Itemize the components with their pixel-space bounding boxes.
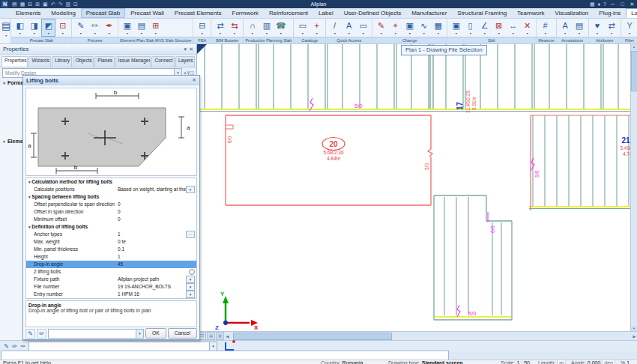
production-phone-icon[interactable]: ☎▾ xyxy=(274,19,288,37)
param-row-calculate-positions[interactable]: Calculate positionsBased on weight, star… xyxy=(26,186,196,193)
allplan-shop-icon[interactable]: ♦ xyxy=(598,0,601,8)
slab-structure-icon[interactable]: ⊞▾ xyxy=(148,19,163,37)
bim-import-icon[interactable]: ⇆▾ xyxy=(227,19,241,37)
param-row-fixture-path[interactable]: Fixture pathAllplan project path▾ xyxy=(26,276,196,283)
copy-icon[interactable]: ▣ xyxy=(43,1,48,7)
plot-icon[interactable]: ▥ xyxy=(65,1,70,7)
ok-button[interactable]: OK xyxy=(145,328,166,339)
element-plan-icon[interactable]: ▣▾ xyxy=(120,19,134,37)
panel-20-left-mark[interactable]: 6/0 xyxy=(227,136,232,143)
close-icon[interactable]: ✕ xyxy=(192,77,196,83)
close-icon[interactable]: ✕ xyxy=(189,46,193,52)
menu-tab-precast-wall[interactable]: Precast Wall xyxy=(125,8,169,18)
annotate-text-icon[interactable]: A▾ xyxy=(558,19,573,37)
palette-tab-properties[interactable]: Properties xyxy=(1,56,28,67)
panel-17-size[interactable]: 11.40/2.25 xyxy=(465,90,471,113)
menu-tab-precast-elements[interactable]: Precast Elements xyxy=(169,8,227,18)
panel-20-number[interactable]: 20 xyxy=(329,140,338,148)
undo-icon[interactable]: ↶ xyxy=(51,1,55,7)
bottom-cut-label-top[interactable]: 6/0 xyxy=(490,225,495,233)
horizontal-scrollbar[interactable]: ❐ ▤ ▥ ◀ ▶ xyxy=(197,331,637,340)
fixture-list-icon[interactable]: ✒▾ xyxy=(102,19,116,37)
dock-element-icon[interactable]: ▦▾ xyxy=(431,19,445,37)
attribute-transfer-icon[interactable]: ⇄▾ xyxy=(605,19,619,37)
more-button[interactable]: … xyxy=(186,231,195,238)
draw-line-icon[interactable]: /▾ xyxy=(327,19,342,37)
param-row-file-number[interactable]: File number19 19-ANCHOR_BOLTS▾ xyxy=(26,283,196,291)
param-section-spacing-between-lifting-bolts[interactable]: ▾ Spacing between lifting bolts xyxy=(26,193,196,201)
quick-match-combo[interactable]: ▾ xyxy=(28,342,217,351)
plan-view-icon[interactable] xyxy=(225,342,234,351)
menu-tab-elements[interactable]: Elements xyxy=(10,8,46,18)
param-row-offset-perpendicular-to-span-direction[interactable]: Offset perpendicular to span direction0 xyxy=(26,201,196,208)
dropdown-button[interactable]: ▾ xyxy=(186,276,195,283)
close-button[interactable]: ✕ xyxy=(627,1,637,7)
palette-tab-library[interactable]: Library xyxy=(52,56,71,67)
palette-tab-layers[interactable]: Layers xyxy=(175,56,195,67)
param-value[interactable]: 0 xyxy=(118,216,196,223)
wave-adjust-icon[interactable]: ∿▾ xyxy=(417,19,431,37)
modify-pen-icon[interactable]: ✎▾ xyxy=(374,19,388,37)
beam-edit-icon[interactable]: ▯▾ xyxy=(463,19,477,37)
help-icon[interactable]: ? xyxy=(603,0,606,8)
copy-element-icon[interactable]: ▣▾ xyxy=(449,19,463,37)
panel-17-number[interactable]: 17 xyxy=(456,101,464,110)
param-value[interactable]: 1 xyxy=(118,253,196,261)
viewport-button-2[interactable]: ▤ xyxy=(207,332,215,340)
param-value[interactable]: Allplan project path xyxy=(118,276,186,283)
panel-17-weight[interactable]: 3.91te xyxy=(471,97,477,110)
catalog-tools-icon[interactable]: +▾ xyxy=(310,19,324,37)
menu-tab-layout-editor[interactable]: Layout Editor xyxy=(626,8,637,18)
param-value[interactable]: Based on weight, starting at the center … xyxy=(118,186,186,193)
cancel-button[interactable]: Cancel xyxy=(168,328,197,339)
annotate-note-icon[interactable]: ▤▾ xyxy=(573,19,587,37)
dialog-title-bar[interactable]: Lifting bolts ✕ xyxy=(23,76,199,85)
options-icon[interactable]: ⊡ xyxy=(73,1,78,7)
panel-20-right-mark[interactable]: 5/0 xyxy=(424,163,429,170)
ramp-edit-icon[interactable]: ∠▾ xyxy=(477,19,492,37)
palette-tab-wizards[interactable]: Wizards xyxy=(28,56,51,67)
palette-header[interactable]: Properties ▾ ✕ xyxy=(0,44,196,55)
mirror-icon[interactable]: ⊠▾ xyxy=(492,19,506,37)
menu-tab-structural-framing[interactable]: Structural Framing xyxy=(452,8,512,18)
horizontal-scroll-thumb[interactable] xyxy=(233,333,392,340)
param-row-2-lifting-bolts[interactable]: 2 lifting bolts xyxy=(26,268,196,276)
production-data-icon[interactable]: ∩▾ xyxy=(245,19,259,37)
param-value[interactable]: 0.1 xyxy=(118,246,196,253)
vertical-scrollbar[interactable]: ▲ ▼ xyxy=(630,44,637,332)
menu-tab-plug-ins[interactable]: Plug-ins xyxy=(594,8,626,18)
menu-tab-user-defined-objects[interactable]: User-Defined Objects xyxy=(339,8,406,18)
scroll-left-arrow[interactable]: ◀ xyxy=(224,334,231,339)
param-value[interactable]: 19 19-ANCHOR_BOLTS xyxy=(118,283,186,291)
new-document-icon[interactable]: ▤ xyxy=(12,1,17,7)
save-icon[interactable]: ⊟ xyxy=(28,1,32,7)
minimize-button[interactable]: ─ xyxy=(608,1,618,7)
menu-tab-modeling[interactable]: Modeling xyxy=(46,8,80,18)
param-row-anchor-types[interactable]: Anchor types1… xyxy=(26,231,196,238)
param-value[interactable]: 1 xyxy=(118,231,186,238)
catalog-dialog-icon[interactable]: ▭▾ xyxy=(295,19,310,37)
lifting-bolts-icon[interactable]: ◩▾ xyxy=(41,19,55,37)
param-row-minimum-offset[interactable]: Minimum offset0 xyxy=(26,216,196,223)
param-row-entry-number[interactable]: Entry number1 HPM 16▾ xyxy=(26,291,196,298)
chevron-down-icon[interactable]: ▾ xyxy=(209,342,217,351)
favorites-combo[interactable]: ▾ xyxy=(48,329,144,339)
task-board-icon[interactable]: ▤▾ xyxy=(1,19,11,43)
pin-element-icon[interactable]: ⌖▾ xyxy=(388,19,402,37)
slab-mesh-icon[interactable]: ◧▾ xyxy=(13,19,27,37)
maximize-button[interactable]: □ xyxy=(618,1,627,7)
panel-21-number[interactable]: 21 xyxy=(621,136,630,145)
allplan-logo[interactable]: N xyxy=(1,1,8,7)
bottom-cut-label[interactable]: 5/0 xyxy=(468,310,476,317)
param-value[interactable]: 0 te xyxy=(118,238,196,246)
menu-tab-label[interactable]: Label xyxy=(313,8,339,18)
project-navigator-icon[interactable]: ⊞ xyxy=(35,1,40,7)
slab-point-icon[interactable]: ⊡▾ xyxy=(55,19,70,37)
menu-tab-precast-slab[interactable]: Precast Slab xyxy=(81,8,125,18)
dropdown-button[interactable]: ▾ xyxy=(186,283,195,291)
menu-tab-manufacturer[interactable]: Manufacturer xyxy=(406,8,452,18)
delete-icon[interactable]: ✕▾ xyxy=(520,19,534,37)
slab-modify-icon[interactable]: ◨▾ xyxy=(27,19,41,37)
menu-tab-visualization[interactable]: Visualization xyxy=(550,8,594,18)
match-format-icon[interactable]: ✏ xyxy=(10,342,19,351)
